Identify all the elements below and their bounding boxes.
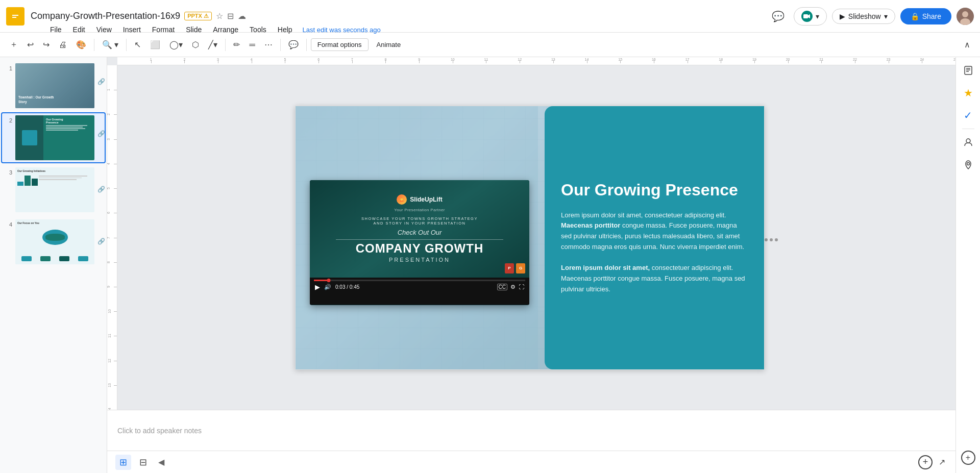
- slide-num-2: 2: [4, 117, 12, 123]
- video-play-button[interactable]: ▶: [315, 283, 320, 291]
- format-options-button[interactable]: Format options: [311, 38, 369, 51]
- canvas-area: 1234567891011121314151617181920212223242…: [107, 57, 955, 473]
- video-volume-button[interactable]: 🔊: [324, 284, 331, 290]
- svg-rect-0: [11, 12, 20, 21]
- menu-tools[interactable]: Tools: [244, 23, 272, 36]
- expand-button[interactable]: ↗: [937, 455, 947, 469]
- pptx-badge: PPTX ⚠: [184, 12, 212, 20]
- menu-slide[interactable]: Slide: [181, 23, 207, 36]
- logo-icon: [397, 194, 407, 205]
- redo-button[interactable]: ↪: [39, 37, 53, 52]
- cloud-icon[interactable]: ☁: [238, 11, 246, 21]
- menu-insert[interactable]: Insert: [118, 23, 146, 36]
- share-label: Share: [922, 12, 941, 20]
- zoom-button[interactable]: 🔍 ▾: [99, 37, 122, 52]
- video-tagline: Your Presentation Partner: [394, 208, 445, 212]
- slideshow-monitor-icon: ▶: [840, 12, 845, 20]
- sidebar-check-button[interactable]: ✓: [959, 106, 977, 125]
- notes-area[interactable]: Click to add speaker notes: [107, 410, 955, 451]
- print-button[interactable]: 🖨: [55, 38, 70, 52]
- folder-icon[interactable]: ⊟: [227, 11, 234, 21]
- avatar[interactable]: [957, 8, 974, 25]
- meet-icon: [801, 11, 813, 22]
- panel-bold-2: Lorem ipsum dolor sit amet,: [561, 264, 650, 271]
- doc-file-icon: G: [516, 263, 525, 273]
- notes-placeholder: Click to add speaker notes: [117, 427, 202, 435]
- comment-button[interactable]: 💬: [285, 37, 302, 52]
- rs-add-container: +: [961, 451, 975, 469]
- toolbar: ＋ ↩ ↪ 🖨 🎨 🔍 ▾ ↖ ⬜ ◯▾ ⬡ ╱▾ ✏ ═ ⋯ 💬 Format…: [0, 33, 980, 57]
- sidebar-person-button[interactable]: [959, 133, 977, 152]
- video-subtitle-1: SHOWCASE YOUR TOWNS GROWTH STRATEGY: [361, 216, 478, 221]
- doc-title: Company-Growth-Presentation-16x9 PPTX ⚠ …: [31, 11, 246, 21]
- rs-add-button[interactable]: +: [961, 451, 975, 465]
- share-button[interactable]: 🔒 Share: [900, 8, 951, 24]
- ruler-horizontal: 1234567891011121314151617181920212223242…: [117, 57, 955, 65]
- panel-body: Lorem ipsum dolor sit amet, consectetuer…: [561, 210, 748, 295]
- video-settings-button[interactable]: ⚙: [510, 284, 516, 290]
- dash-style-button[interactable]: ⋯: [261, 37, 276, 52]
- dot-1: [765, 238, 768, 241]
- collapse-panel-button[interactable]: ◀: [155, 455, 167, 469]
- comments-icon[interactable]: 💬: [768, 7, 789, 26]
- top-bar-right: 💬 ▾ ▶ Slideshow ▾ 🔒 Share: [768, 7, 974, 26]
- video-subtitle-2: AND STORY IN YOUR PRESENTATION: [374, 221, 466, 226]
- slide-left-section: SlideUpLift Your Presentation Partner SH…: [296, 106, 538, 369]
- svg-point-6: [962, 11, 968, 17]
- sidebar-map-button[interactable]: [959, 156, 977, 174]
- menu-edit[interactable]: Edit: [68, 23, 90, 36]
- menu-view[interactable]: View: [91, 23, 117, 36]
- link-icon-4: 🔗: [97, 238, 105, 245]
- video-controls-row: ▶ 🔊 0:03 / 0:45 CC ⚙ ⛶: [314, 283, 525, 291]
- menu-arrange[interactable]: Arrange: [208, 23, 243, 36]
- divider-2: [126, 39, 127, 51]
- video-embed[interactable]: SlideUpLift Your Presentation Partner SH…: [310, 180, 529, 305]
- divider-1: [94, 39, 94, 51]
- menu-help[interactable]: Help: [273, 23, 298, 36]
- video-main-title-2: PRESENTATION: [389, 257, 450, 263]
- slide-canvas[interactable]: SlideUpLift Your Presentation Partner SH…: [117, 65, 955, 410]
- star-icon[interactable]: ☆: [216, 11, 223, 21]
- add-button[interactable]: ＋: [6, 37, 21, 53]
- menu-format[interactable]: Format: [147, 23, 180, 36]
- logo-text: SlideUpLift: [410, 196, 442, 203]
- add-slide-canvas-button[interactable]: +: [918, 455, 933, 469]
- slide-thumb-3[interactable]: 3 Our Growing Initiatives 🔗: [2, 165, 105, 214]
- grid-view-button[interactable]: ⊞: [115, 455, 131, 470]
- video-cc-button[interactable]: CC: [497, 284, 507, 290]
- video-fullscreen-button[interactable]: ⛶: [519, 284, 524, 290]
- shapes-button[interactable]: ◯▾: [166, 37, 186, 52]
- slideshow-label: Slideshow: [848, 12, 881, 20]
- meet-button[interactable]: ▾: [794, 7, 827, 26]
- slide-thumb-2[interactable]: 2 Our GrowingPresence 🔗: [2, 113, 105, 162]
- paint-format-button[interactable]: 🎨: [72, 37, 90, 52]
- sidebar-star-button[interactable]: ★: [959, 84, 977, 102]
- slides-panel: 1 Townhall : Our GrowthStory 🔗 2 Our Gro…: [0, 57, 107, 473]
- last-edit-link[interactable]: Last edit was seconds ago: [303, 26, 381, 34]
- video-progress-bar[interactable]: [314, 280, 525, 281]
- filmstrip-view-button[interactable]: ⊟: [135, 455, 151, 470]
- svg-rect-1: [12, 15, 18, 16]
- line-style-button[interactable]: ═: [246, 38, 258, 52]
- right-sidebar: ★ ✓ +: [955, 57, 980, 473]
- select-button[interactable]: ↖: [131, 37, 144, 52]
- sidebar-docs-button[interactable]: [959, 61, 977, 80]
- line-button[interactable]: ╱▾: [205, 37, 221, 52]
- undo-button[interactable]: ↩: [23, 37, 37, 52]
- dot-3: [775, 238, 778, 241]
- text-box-button[interactable]: ⬜: [146, 37, 164, 52]
- shapes2-button[interactable]: ⬡: [188, 37, 203, 52]
- menu-file[interactable]: File: [45, 23, 67, 36]
- dot-2: [770, 238, 773, 241]
- slideshow-button[interactable]: ▶ Slideshow ▾: [832, 9, 895, 24]
- doc-title-text: Company-Growth-Presentation-16x9: [31, 11, 180, 21]
- app-icon[interactable]: [6, 7, 24, 26]
- ruler-vertical: 1234567891011121314: [107, 65, 117, 410]
- pen-button[interactable]: ✏: [230, 37, 243, 52]
- divider-4: [280, 39, 281, 51]
- collapse-toolbar-button[interactable]: ∧: [961, 37, 974, 52]
- animate-button[interactable]: Animate: [371, 39, 407, 51]
- slide-thumb-1[interactable]: 1 Townhall : Our GrowthStory 🔗: [2, 61, 105, 110]
- slide-thumb-4[interactable]: 4 Our Focus on You 🔗: [2, 217, 105, 266]
- panel-body-text-1: Lorem ipsum dolor sit amet, consectetuer…: [561, 211, 726, 219]
